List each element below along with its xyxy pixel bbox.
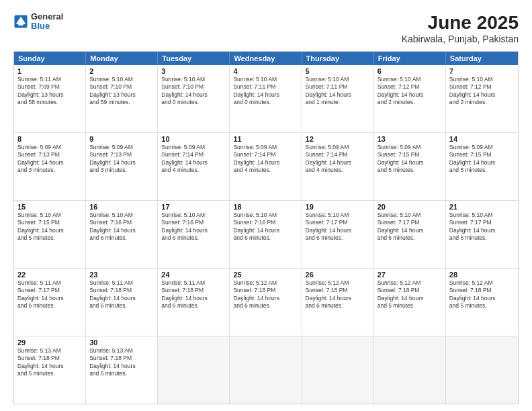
day-info: Sunrise: 5:11 AMSunset: 7:09 PMDaylight:… (17, 76, 82, 107)
logo-icon (13, 14, 28, 29)
logo-blue-text: Blue (31, 21, 63, 31)
day-number: 24 (161, 271, 226, 279)
day-info: Sunrise: 5:13 AMSunset: 7:18 PMDaylight:… (89, 347, 154, 378)
header-friday: Friday (374, 52, 446, 65)
calendar-header: Sunday Monday Tuesday Wednesday Thursday… (14, 52, 518, 65)
cal-cell: 9Sunrise: 5:09 AMSunset: 7:13 PMDaylight… (86, 133, 158, 200)
cal-cell (230, 336, 302, 404)
day-number: 26 (306, 271, 370, 279)
day-info: Sunrise: 5:11 AMSunset: 7:18 PMDaylight:… (89, 279, 154, 310)
header-wednesday: Wednesday (230, 52, 302, 65)
cal-cell: 23Sunrise: 5:11 AMSunset: 7:18 PMDayligh… (86, 269, 158, 336)
day-number: 4 (233, 67, 298, 75)
day-info: Sunrise: 5:10 AMSunset: 7:11 PMDaylight:… (233, 76, 298, 107)
cal-cell: 27Sunrise: 5:12 AMSunset: 7:18 PMDayligh… (374, 269, 446, 336)
cal-cell: 29Sunrise: 5:13 AMSunset: 7:18 PMDayligh… (14, 336, 86, 404)
day-info: Sunrise: 5:10 AMSunset: 7:12 PMDaylight:… (378, 76, 442, 107)
cal-cell: 8Sunrise: 5:09 AMSunset: 7:13 PMDaylight… (14, 133, 86, 200)
cal-cell: 13Sunrise: 5:09 AMSunset: 7:15 PMDayligh… (374, 133, 446, 200)
day-number: 27 (378, 271, 442, 279)
day-info: Sunrise: 5:09 AMSunset: 7:14 PMDaylight:… (233, 144, 298, 175)
day-number: 21 (449, 203, 515, 211)
day-number: 11 (233, 135, 298, 143)
day-number: 5 (306, 67, 370, 75)
cal-cell: 18Sunrise: 5:10 AMSunset: 7:16 PMDayligh… (230, 201, 302, 268)
day-number: 16 (89, 203, 154, 211)
day-info: Sunrise: 5:12 AMSunset: 7:18 PMDaylight:… (378, 279, 442, 310)
day-info: Sunrise: 5:09 AMSunset: 7:14 PMDaylight:… (306, 144, 370, 175)
cal-cell: 2Sunrise: 5:10 AMSunset: 7:10 PMDaylight… (86, 65, 158, 132)
cal-cell: 3Sunrise: 5:10 AMSunset: 7:10 PMDaylight… (158, 65, 230, 132)
cal-cell: 25Sunrise: 5:12 AMSunset: 7:18 PMDayligh… (230, 269, 302, 336)
day-info: Sunrise: 5:10 AMSunset: 7:16 PMDaylight:… (161, 212, 226, 242)
cal-cell: 14Sunrise: 5:09 AMSunset: 7:15 PMDayligh… (446, 133, 518, 200)
cal-row: 15Sunrise: 5:10 AMSunset: 7:15 PMDayligh… (14, 200, 518, 268)
page: General Blue June 2025 Kabirwala, Punjab… (0, 0, 532, 411)
day-info: Sunrise: 5:10 AMSunset: 7:16 PMDaylight:… (89, 212, 154, 242)
cal-cell: 19Sunrise: 5:10 AMSunset: 7:17 PMDayligh… (302, 201, 374, 268)
cal-row: 1Sunrise: 5:11 AMSunset: 7:09 PMDaylight… (14, 65, 518, 132)
day-info: Sunrise: 5:10 AMSunset: 7:17 PMDaylight:… (449, 212, 515, 242)
cal-cell: 7Sunrise: 5:10 AMSunset: 7:12 PMDaylight… (446, 65, 518, 132)
day-info: Sunrise: 5:10 AMSunset: 7:17 PMDaylight:… (306, 212, 370, 242)
day-number: 14 (449, 135, 515, 143)
day-info: Sunrise: 5:09 AMSunset: 7:14 PMDaylight:… (161, 144, 226, 175)
cal-cell: 15Sunrise: 5:10 AMSunset: 7:15 PMDayligh… (14, 201, 86, 268)
day-info: Sunrise: 5:10 AMSunset: 7:11 PMDaylight:… (306, 76, 370, 107)
cal-cell: 30Sunrise: 5:13 AMSunset: 7:18 PMDayligh… (86, 336, 158, 404)
svg-rect-2 (18, 23, 23, 26)
cal-cell: 1Sunrise: 5:11 AMSunset: 7:09 PMDaylight… (14, 65, 86, 132)
day-number: 7 (449, 67, 515, 75)
cal-cell: 5Sunrise: 5:10 AMSunset: 7:11 PMDaylight… (302, 65, 374, 132)
cal-cell: 4Sunrise: 5:10 AMSunset: 7:11 PMDaylight… (230, 65, 302, 132)
cal-cell: 6Sunrise: 5:10 AMSunset: 7:12 PMDaylight… (374, 65, 446, 132)
day-info: Sunrise: 5:11 AMSunset: 7:18 PMDaylight:… (161, 279, 226, 310)
day-number: 15 (17, 203, 82, 211)
cal-row: 8Sunrise: 5:09 AMSunset: 7:13 PMDaylight… (14, 132, 518, 200)
header-saturday: Saturday (446, 52, 518, 65)
cal-cell: 24Sunrise: 5:11 AMSunset: 7:18 PMDayligh… (158, 269, 230, 336)
cal-cell: 12Sunrise: 5:09 AMSunset: 7:14 PMDayligh… (302, 133, 374, 200)
cal-cell: 20Sunrise: 5:10 AMSunset: 7:17 PMDayligh… (374, 201, 446, 268)
cal-cell: 16Sunrise: 5:10 AMSunset: 7:16 PMDayligh… (86, 201, 158, 268)
day-info: Sunrise: 5:09 AMSunset: 7:15 PMDaylight:… (449, 144, 515, 175)
day-number: 29 (17, 338, 82, 347)
day-info: Sunrise: 5:10 AMSunset: 7:15 PMDaylight:… (17, 212, 82, 242)
day-number: 3 (161, 67, 226, 75)
title-block: June 2025 Kabirwala, Punjab, Pakistan (402, 12, 519, 44)
day-number: 28 (449, 271, 515, 279)
day-number: 12 (306, 135, 370, 143)
cal-row: 22Sunrise: 5:11 AMSunset: 7:17 PMDayligh… (14, 268, 518, 336)
day-info: Sunrise: 5:11 AMSunset: 7:17 PMDaylight:… (17, 279, 82, 310)
logo: General Blue (13, 12, 63, 32)
day-info: Sunrise: 5:09 AMSunset: 7:13 PMDaylight:… (17, 144, 82, 175)
cal-cell: 26Sunrise: 5:12 AMSunset: 7:18 PMDayligh… (302, 269, 374, 336)
day-number: 17 (161, 203, 226, 211)
day-number: 8 (17, 135, 82, 143)
day-info: Sunrise: 5:10 AMSunset: 7:10 PMDaylight:… (161, 76, 226, 107)
day-info: Sunrise: 5:10 AMSunset: 7:16 PMDaylight:… (233, 212, 298, 242)
header-sunday: Sunday (14, 52, 86, 65)
day-number: 23 (89, 271, 154, 279)
header-tuesday: Tuesday (158, 52, 230, 65)
cal-cell (302, 336, 374, 404)
cal-cell: 28Sunrise: 5:12 AMSunset: 7:18 PMDayligh… (446, 269, 518, 336)
page-title: June 2025 (402, 12, 519, 34)
header-thursday: Thursday (302, 52, 374, 65)
cal-cell: 11Sunrise: 5:09 AMSunset: 7:14 PMDayligh… (230, 133, 302, 200)
cal-row: 29Sunrise: 5:13 AMSunset: 7:18 PMDayligh… (14, 336, 518, 404)
day-info: Sunrise: 5:10 AMSunset: 7:12 PMDaylight:… (449, 76, 515, 107)
day-info: Sunrise: 5:12 AMSunset: 7:18 PMDaylight:… (233, 279, 298, 310)
day-info: Sunrise: 5:10 AMSunset: 7:17 PMDaylight:… (378, 212, 442, 242)
day-number: 1 (17, 67, 82, 75)
day-number: 18 (233, 203, 298, 211)
day-info: Sunrise: 5:12 AMSunset: 7:18 PMDaylight:… (449, 279, 515, 310)
cal-cell: 21Sunrise: 5:10 AMSunset: 7:17 PMDayligh… (446, 201, 518, 268)
header: General Blue June 2025 Kabirwala, Punjab… (13, 12, 519, 44)
cal-cell: 17Sunrise: 5:10 AMSunset: 7:16 PMDayligh… (158, 201, 230, 268)
day-number: 19 (306, 203, 370, 211)
header-monday: Monday (86, 52, 158, 65)
day-number: 10 (161, 135, 226, 143)
logo-general-text: General (31, 12, 63, 21)
day-info: Sunrise: 5:12 AMSunset: 7:18 PMDaylight:… (306, 279, 370, 310)
